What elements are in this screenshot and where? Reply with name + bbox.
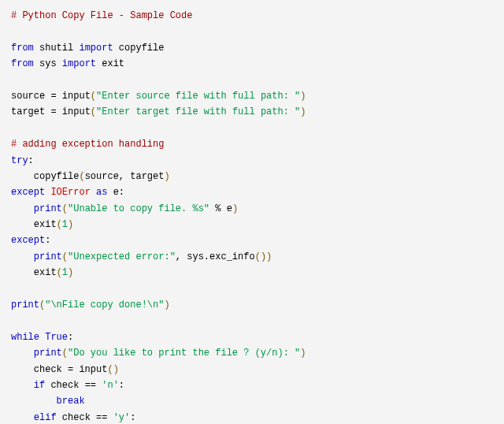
fn-copyfile: copyfile	[34, 171, 80, 182]
str-n: 'n'	[102, 380, 119, 391]
code-block: # Python Copy File - Sample Code from sh…	[11, 8, 493, 424]
comment-exception: # adding exception handling	[11, 139, 164, 150]
kw-except: except	[11, 235, 45, 246]
fn-input: input	[62, 91, 91, 102]
str-target-prompt: "Enter target file with full path: "	[96, 106, 300, 117]
var-source: source	[11, 91, 45, 102]
fn-exit: exit	[34, 219, 57, 230]
str-unable-copy: "Unable to copy file. %s"	[68, 203, 209, 214]
kw-from: from	[11, 58, 34, 69]
kw-try: try	[11, 155, 28, 166]
str-copy-done: "\nFile copy done!\n"	[45, 299, 164, 311]
str-source-prompt: "Enter source file with full path: "	[96, 91, 300, 102]
module-sys: sys	[39, 58, 57, 69]
fn-print: print	[34, 348, 62, 359]
kw-from: from	[11, 43, 34, 54]
fn-input: input	[79, 364, 107, 375]
exc-ioerror: IOError	[50, 187, 90, 198]
name-exit: exit	[102, 58, 124, 69]
comment-title: # Python Copy File - Sample Code	[11, 10, 192, 21]
fn-input: input	[62, 106, 91, 117]
str-yn-prompt: "Do you like to print the file ? (y/n): …	[68, 348, 300, 359]
str-y: 'y'	[113, 412, 131, 423]
module-shutil: shutil	[39, 43, 73, 54]
fn-exit: exit	[34, 267, 57, 278]
fn-print: print	[34, 203, 62, 214]
const-true: True	[45, 332, 68, 343]
kw-elif: elif	[34, 412, 57, 423]
var-target: target	[11, 106, 45, 117]
kw-as: as	[96, 187, 107, 198]
name-copyfile: copyfile	[119, 43, 165, 54]
str-unexpected: "Unexpected error:"	[68, 251, 176, 262]
kw-import: import	[62, 58, 96, 69]
kw-except: except	[11, 187, 45, 198]
kw-break: break	[57, 396, 85, 407]
fn-print: print	[11, 299, 39, 311]
fn-print: print	[34, 251, 62, 262]
kw-if: if	[34, 380, 45, 391]
kw-import: import	[79, 43, 113, 54]
kw-while: while	[11, 332, 39, 343]
